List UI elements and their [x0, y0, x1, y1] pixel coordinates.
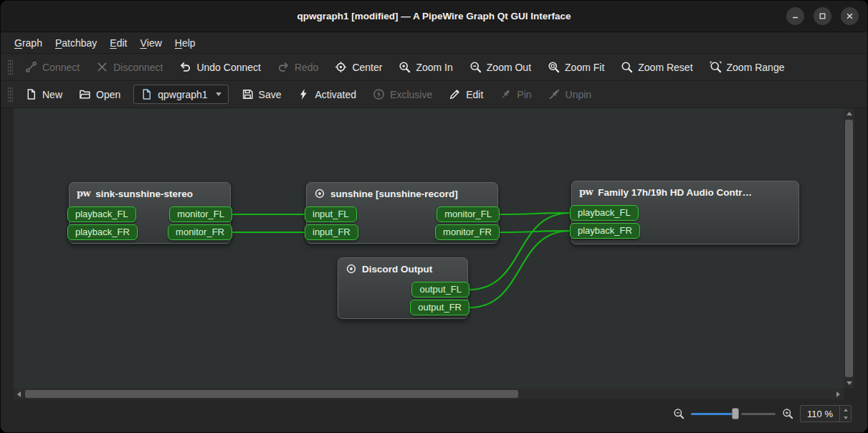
zoom-out-icon	[469, 61, 482, 73]
zoom-in-icon	[399, 61, 411, 73]
zoom-in-icon[interactable]	[782, 408, 793, 419]
exclusive-button: Exclusive	[366, 85, 439, 104]
activated-button[interactable]: Activated	[291, 85, 363, 104]
minimize-button[interactable]	[786, 7, 804, 25]
disconnect-icon	[96, 61, 108, 73]
zoom-slider[interactable]	[691, 407, 776, 420]
patchbay-combo[interactable]: qpwgraph1	[133, 85, 228, 104]
scroll-left-arrow[interactable]	[14, 389, 24, 399]
graph-view: pwsink-sunshine-stereoplayback_FLplaybac…	[1, 108, 867, 399]
node-title-text: sunshine [sunshine-record]	[330, 189, 458, 199]
edit-label: Edit	[466, 89, 483, 100]
scroll-down-arrow[interactable]	[844, 378, 854, 389]
node-title: Discord Output	[338, 258, 467, 275]
vertical-scroll-track[interactable]	[844, 119, 854, 378]
scroll-up-arrow[interactable]	[844, 108, 854, 119]
toolbar-drag-handle[interactable]	[8, 87, 13, 103]
horizontal-scroll-handle[interactable]	[25, 390, 518, 398]
pin-label: Pin	[517, 89, 531, 100]
open-label: Open	[96, 89, 120, 100]
scrollbar-corner	[844, 389, 854, 399]
horizontal-scrollbar[interactable]	[14, 389, 844, 399]
zoom-spinbox: 110 %	[800, 405, 852, 422]
zoom-slider-handle[interactable]	[732, 408, 739, 419]
activated-label: Activated	[315, 89, 356, 100]
graph-canvas[interactable]: pwsink-sunshine-stereoplayback_FLplaybac…	[14, 108, 844, 389]
node-discord[interactable]: Discord Outputoutput_FLoutput_FR	[338, 257, 468, 319]
titlebar[interactable]: qpwgraph1 [modified] — A PipeWire Graph …	[1, 1, 867, 32]
zoom-out-button[interactable]: Zoom Out	[463, 57, 538, 77]
zoom-reset-button[interactable]: Zoom Reset	[614, 57, 699, 77]
node-title-text: sink-sunshine-stereo	[95, 189, 193, 199]
port-sunshine-input_FL[interactable]: input_FL	[305, 206, 357, 222]
zoom-reset-icon	[621, 61, 633, 73]
new-icon	[25, 88, 37, 100]
combo-value: qpwgraph1	[158, 89, 207, 100]
save-button[interactable]: Save	[235, 85, 288, 104]
port-sink-playback_FL[interactable]: playback_FL	[67, 206, 136, 222]
node-title: pwFamily 17h/19h HD Audio Contr…	[572, 181, 798, 198]
menu-edit[interactable]: Edit	[103, 32, 133, 53]
port-discord-output_FL[interactable]: output_FL	[411, 282, 469, 298]
menu-graph[interactable]: Graph	[8, 32, 49, 53]
undo-connect-button[interactable]: Undo Connect	[173, 57, 267, 77]
menu-patchbay[interactable]: Patchbay	[49, 32, 103, 53]
open-button[interactable]: Open	[72, 85, 127, 104]
zoom-slider-track	[741, 413, 776, 415]
zoom-range-label: Zoom Range	[727, 62, 785, 73]
window-title: qpwgraph1 [modified] — A PipeWire Graph …	[297, 11, 571, 22]
port-family-playback_FR[interactable]: playback_FR	[570, 223, 640, 239]
port-discord-output_FR[interactable]: output_FR	[410, 300, 469, 315]
horizontal-scroll-track[interactable]	[24, 389, 833, 399]
zoom-spin-up-button[interactable]	[840, 406, 851, 414]
edit-button[interactable]: Edit	[442, 85, 490, 104]
disconnect-button: Disconnect	[90, 57, 169, 77]
port-sunshine-input_FR[interactable]: input_FR	[305, 224, 358, 240]
zoom-range-button[interactable]: Zoom Range	[703, 57, 791, 77]
node-title-text: Discord Output	[362, 264, 432, 275]
center-icon	[335, 61, 347, 73]
zoom-out-icon[interactable]	[673, 408, 685, 419]
zoom-fit-icon	[548, 61, 560, 73]
new-button[interactable]: New	[19, 85, 69, 104]
close-button[interactable]	[841, 7, 859, 25]
unpin-icon	[548, 88, 561, 100]
vertical-scrollbar[interactable]	[844, 108, 854, 389]
connect-label: Connect	[42, 62, 80, 73]
maximize-button[interactable]	[814, 7, 831, 25]
menu-help[interactable]: Help	[168, 32, 202, 53]
port-sunshine-monitor_FR[interactable]: monitor_FR	[435, 224, 500, 240]
node-title-text: Family 17h/19h HD Audio Contr…	[598, 187, 752, 198]
port-sink-monitor_FR[interactable]: monitor_FR	[168, 224, 232, 240]
zoom-range-icon	[710, 61, 722, 73]
zoom-spin-arrows	[839, 406, 851, 422]
zoom-fit-button[interactable]: Zoom Fit	[541, 57, 611, 77]
node-sink[interactable]: pwsink-sunshine-stereoplayback_FLplaybac…	[69, 182, 231, 244]
center-button[interactable]: Center	[328, 57, 388, 77]
menu-view[interactable]: View	[133, 32, 168, 53]
chevron-down-icon	[216, 92, 221, 96]
open-icon	[79, 88, 91, 100]
undo-connect-label: Undo Connect	[196, 62, 261, 73]
zoom-value[interactable]: 110 %	[801, 406, 839, 422]
port-family-playback_FL[interactable]: playback_FL	[570, 205, 639, 221]
app-icon	[314, 188, 325, 199]
undo-icon	[179, 61, 191, 73]
port-sunshine-monitor_FL[interactable]: monitor_FL	[437, 206, 500, 222]
redo-button: Redo	[271, 57, 325, 77]
app-icon	[345, 263, 357, 275]
zoom-in-button[interactable]: Zoom In	[392, 57, 459, 77]
zoom-spin-down-button[interactable]	[840, 414, 851, 422]
port-sink-playback_FR[interactable]: playback_FR	[67, 224, 138, 240]
statusbar: 110 %	[1, 399, 867, 432]
connect-icon	[25, 61, 37, 73]
port-sink-monitor_FL[interactable]: monitor_FL	[169, 206, 232, 222]
zoom-fit-label: Zoom Fit	[565, 62, 604, 73]
vertical-scroll-handle[interactable]	[845, 120, 853, 377]
scroll-right-arrow[interactable]	[833, 389, 844, 399]
toolbar-drag-handle[interactable]	[8, 60, 13, 75]
node-family[interactable]: pwFamily 17h/19h HD Audio Contr…playback…	[571, 181, 799, 244]
exclusive-icon	[373, 88, 385, 100]
node-sunshine[interactable]: sunshine [sunshine-record]input_FLinput_…	[306, 182, 498, 244]
app-window: qpwgraph1 [modified] — A PipeWire Graph …	[0, 0, 868, 433]
